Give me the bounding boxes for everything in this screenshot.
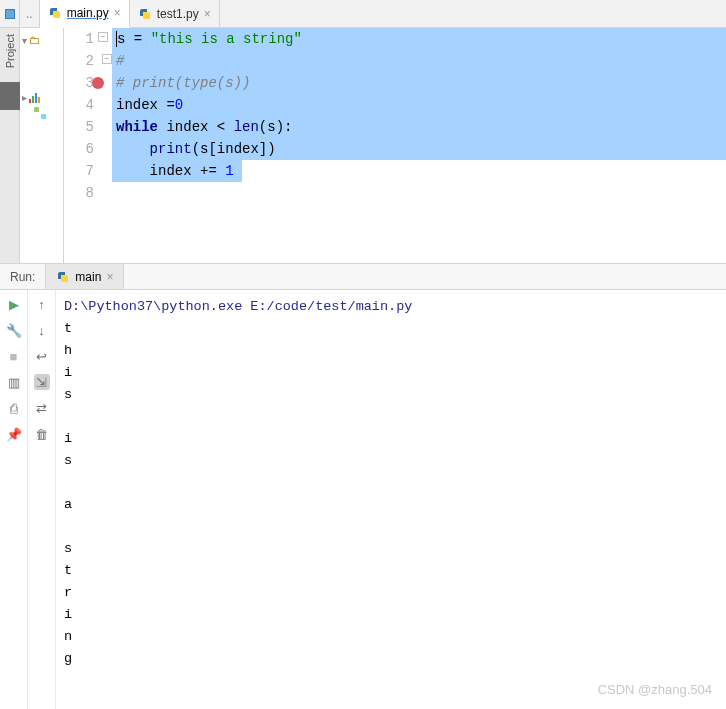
- chevron-down-icon: ▾: [22, 35, 27, 46]
- tree-row-struct2[interactable]: [20, 105, 63, 121]
- tab-label: test1.py: [157, 7, 199, 21]
- breakpoint-icon[interactable]: [92, 77, 104, 89]
- chevron-right-icon: ▸: [22, 92, 27, 103]
- run-title: Run:: [0, 264, 46, 289]
- fold-icon[interactable]: −: [98, 32, 108, 42]
- up-arrow-icon[interactable]: ↑: [34, 296, 50, 312]
- run-toolbar-right: ↑ ↓ ↩ ⇲ ⇄ 🗑: [28, 290, 56, 709]
- folder-icon: 🗀: [29, 34, 40, 46]
- fold-icon[interactable]: −: [102, 54, 112, 64]
- run-config-name: main: [75, 270, 101, 284]
- editor-tabs: main.py × test1.py ×: [40, 0, 220, 27]
- tab-label: main.py: [67, 6, 109, 20]
- python-file-icon: [48, 6, 62, 20]
- close-icon[interactable]: ×: [204, 7, 211, 21]
- sidebar-dark-block: [0, 82, 20, 110]
- run-header: Run: main ×: [0, 264, 726, 290]
- wrench-icon[interactable]: 🔧: [6, 322, 22, 338]
- project-tool-label[interactable]: Project: [4, 28, 16, 74]
- editor-tab-test1[interactable]: test1.py ×: [130, 0, 220, 27]
- print-icon[interactable]: ⎙: [6, 400, 22, 416]
- left-sidebar: Project: [0, 28, 20, 263]
- run-icon[interactable]: ▶: [6, 296, 22, 312]
- code-editor[interactable]: 12345678 s = "this is a string"−## print…: [64, 28, 726, 263]
- down-arrow-icon[interactable]: ↓: [34, 322, 50, 338]
- tab-prefix: ..: [20, 0, 40, 27]
- project-tool-icon[interactable]: [0, 0, 20, 28]
- run-config-tab[interactable]: main ×: [46, 264, 124, 289]
- run-toolbar-left: ▶ 🔧 ■ ▥ ⎙ 📌: [0, 290, 28, 709]
- filter-icon[interactable]: ⇄: [34, 400, 50, 416]
- stop-icon[interactable]: ■: [6, 348, 22, 364]
- close-icon[interactable]: ×: [106, 270, 113, 284]
- close-icon[interactable]: ×: [114, 6, 121, 20]
- python-file-icon: [138, 7, 152, 21]
- project-tree: ▾ 🗀 ▸: [20, 28, 64, 263]
- console-output[interactable]: D:\Python37\python.exe E:/code/test/main…: [56, 290, 726, 709]
- structure-bars-icon: [29, 93, 40, 103]
- trash-icon[interactable]: 🗑: [34, 426, 50, 442]
- structure-icon: [34, 107, 46, 119]
- top-tab-bar: .. main.py × test1.py ×: [0, 0, 726, 28]
- tree-row-folder[interactable]: ▾ 🗀: [20, 32, 63, 48]
- layout-icon[interactable]: ▥: [6, 374, 22, 390]
- pin-icon[interactable]: 📌: [6, 426, 22, 442]
- python-file-icon: [56, 270, 70, 284]
- code-line[interactable]: −#: [116, 50, 726, 72]
- run-panel: Run: main × ▶ 🔧 ■ ▥ ⎙ 📌 ↑ ↓: [0, 264, 726, 709]
- code-lines[interactable]: s = "this is a string"−## print(type(s))…: [112, 28, 726, 263]
- code-line[interactable]: index += 1: [116, 160, 726, 182]
- scroll-to-end-icon[interactable]: ⇲: [34, 374, 50, 390]
- editor-tab-main[interactable]: main.py ×: [40, 0, 130, 28]
- code-line[interactable]: [116, 182, 726, 204]
- tree-row-struct[interactable]: ▸: [20, 90, 63, 105]
- soft-wrap-icon[interactable]: ↩: [34, 348, 50, 364]
